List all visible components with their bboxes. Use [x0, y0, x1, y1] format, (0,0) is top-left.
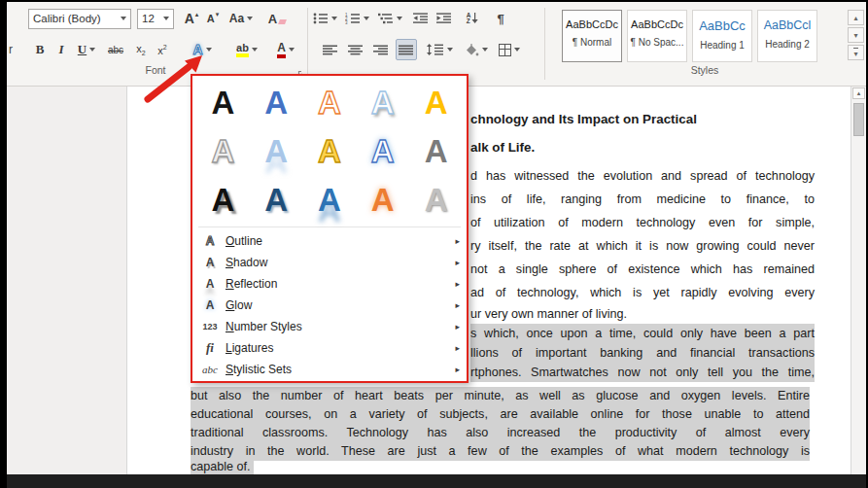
style-no-spacing[interactable]: AaBbCcDc ¶ No Spac...: [627, 10, 687, 62]
document-title-line[interactable]: alk of Life.: [470, 139, 535, 157]
text-effect-preset-2[interactable]: A: [250, 79, 303, 127]
subscript-icon: x2: [136, 43, 145, 56]
bold-icon: B: [36, 42, 45, 57]
scrollbar-thumb[interactable]: [853, 103, 864, 136]
document-selected-line[interactable]: traditional classrooms. Technology has a…: [191, 424, 810, 442]
document-body-line[interactable]: ad of technology, which is yet rapidly e…: [470, 283, 815, 302]
document-body-line[interactable]: ry itself, the rate at which it is now g…: [470, 236, 815, 256]
up-mark-icon: ▴: [195, 11, 199, 18]
strikethrough-button[interactable]: abc: [104, 39, 127, 60]
sort-az-icon: AZ: [467, 13, 471, 24]
justify-button[interactable]: [396, 39, 417, 60]
sort-arrow-icon: [471, 13, 478, 24]
chevron-down-icon: [121, 17, 126, 20]
menu-item-glow[interactable]: A Glow ▸: [196, 295, 463, 316]
style-heading-1[interactable]: AaBbCc Heading 1: [692, 10, 752, 62]
text-effect-preset-12[interactable]: A: [250, 176, 303, 225]
bold-button[interactable]: B: [30, 39, 50, 60]
document-title-line[interactable]: chnology and Its Impact on Practical: [470, 111, 697, 128]
line-spacing-button[interactable]: [425, 39, 454, 60]
show-hide-pilcrow-button[interactable]: ¶: [490, 8, 511, 29]
vertical-scrollbar[interactable]: [851, 86, 866, 474]
font-color-button[interactable]: A: [271, 39, 300, 60]
sort-button[interactable]: AZ: [461, 8, 484, 29]
menu-item-outline[interactable]: A Outline ▸: [196, 230, 463, 252]
chevron-down-icon: [364, 17, 369, 20]
font-name-combobox[interactable]: Calibri (Body): [28, 9, 131, 29]
subscript-button[interactable]: x2: [131, 39, 151, 60]
increase-indent-button[interactable]: [434, 8, 455, 29]
down-arrow-icon: ▾: [853, 31, 857, 40]
document-selected-line[interactable]: s which, once upon a time, could only ha…: [470, 324, 815, 343]
superscript-button[interactable]: x2: [153, 39, 172, 60]
align-left-button[interactable]: [320, 39, 341, 60]
text-effects-button[interactable]: A: [188, 39, 217, 60]
text-highlight-color-button[interactable]: ab: [230, 39, 263, 60]
underline-button[interactable]: U: [73, 39, 100, 60]
document-body-line[interactable]: ins of life, ranging from medicine to fi…: [470, 190, 815, 209]
document-selected-line[interactable]: industry in the world. These are just a …: [191, 442, 810, 461]
stylistic-sets-icon: abc: [199, 364, 221, 375]
styles-scroll-down-button[interactable]: ▾: [848, 27, 864, 43]
text-effect-preset-5[interactable]: A: [409, 79, 463, 127]
text-effect-preset-7[interactable]: A: [250, 127, 303, 176]
submenu-arrow-icon: ▸: [455, 322, 460, 331]
text-effect-preset-1[interactable]: A: [196, 79, 250, 127]
text-effect-preset-3[interactable]: A: [303, 79, 357, 127]
document-body-line[interactable]: ur very own manner of living.: [470, 304, 627, 324]
italic-button[interactable]: I: [53, 39, 69, 60]
text-effect-preset-9[interactable]: A: [356, 127, 409, 176]
text-effect-preset-15[interactable]: A: [409, 176, 463, 225]
group-separator: [307, 8, 308, 80]
document-body-line[interactable]: of utilization of modern technology even…: [470, 213, 815, 232]
grow-font-button[interactable]: A ▴: [180, 8, 203, 29]
font-size-combobox[interactable]: 12: [137, 9, 174, 29]
menu-item-label: Reflection: [226, 277, 277, 291]
clear-formatting-button[interactable]: A: [265, 8, 289, 29]
text-effect-preset-8[interactable]: A: [303, 127, 357, 176]
document-selected-line[interactable]: capable of.: [191, 460, 254, 474]
document-selected-line[interactable]: but also the number of heart beats per m…: [191, 387, 810, 405]
font-group-label: Font: [117, 64, 194, 78]
document-selected-line[interactable]: rtphones. Smartwatches now not only tell…: [470, 363, 815, 382]
reflection-icon: A: [199, 277, 221, 291]
style-name: ¶ No Spac...: [628, 37, 686, 48]
align-right-button[interactable]: [370, 39, 392, 60]
numbering-button[interactable]: 123: [342, 8, 371, 29]
text-effect-preset-11[interactable]: A: [196, 176, 250, 225]
shading-button[interactable]: [460, 39, 491, 60]
multilevel-list-button[interactable]: [375, 8, 404, 29]
text-effect-preset-4[interactable]: A: [356, 79, 409, 127]
bullets-button[interactable]: [311, 8, 338, 29]
menu-item-shadow[interactable]: A Shadow ▸: [196, 252, 463, 273]
styles-more-button[interactable]: ▾: [848, 45, 864, 60]
document-body-line[interactable]: d has witnessed the evolution and spread…: [470, 166, 815, 186]
styles-scroll-up-button[interactable]: ▴: [848, 10, 864, 25]
text-effect-preset-6[interactable]: A: [196, 127, 250, 176]
text-effect-preset-10[interactable]: A: [409, 127, 463, 176]
chevron-down-icon: [289, 48, 295, 52]
style-heading-2[interactable]: AaBbCcl Heading 2: [757, 10, 817, 62]
text-effect-preset-13[interactable]: A: [303, 176, 357, 225]
shrink-font-button[interactable]: A ▾: [203, 8, 223, 29]
document-selected-line[interactable]: educational courses, on a variety of sub…: [191, 405, 810, 424]
font-color-icon: A: [277, 42, 286, 58]
decrease-indent-button[interactable]: [410, 8, 432, 29]
menu-item-label: Ligatures: [226, 341, 273, 355]
menu-item-stylistic-sets[interactable]: abc Stylistic Sets ▸: [196, 359, 463, 380]
borders-button[interactable]: [495, 39, 524, 60]
menu-item-number-styles[interactable]: 123 Number Styles ▸: [196, 316, 463, 337]
style-normal[interactable]: AaBbCcDc ¶ Normal: [562, 10, 622, 62]
menu-item-reflection[interactable]: A Reflection ▸: [196, 273, 463, 295]
scrollbar-up-button[interactable]: ▴: [852, 87, 865, 99]
menu-item-ligatures[interactable]: fi Ligatures ▸: [196, 337, 463, 359]
align-center-button[interactable]: [345, 39, 366, 60]
document-body-line[interactable]: not a single sphere of existence which h…: [470, 260, 815, 279]
text-effect-preset-14[interactable]: A: [356, 176, 409, 225]
document-selected-line[interactable]: llions of important banking and financia…: [470, 343, 815, 363]
text-highlight-icon: ab: [236, 42, 249, 57]
change-case-button[interactable]: Aa: [226, 8, 256, 29]
shrink-font-icon: A: [207, 13, 215, 24]
superscript-icon: x2: [157, 44, 166, 56]
group-separator: [544, 8, 545, 80]
